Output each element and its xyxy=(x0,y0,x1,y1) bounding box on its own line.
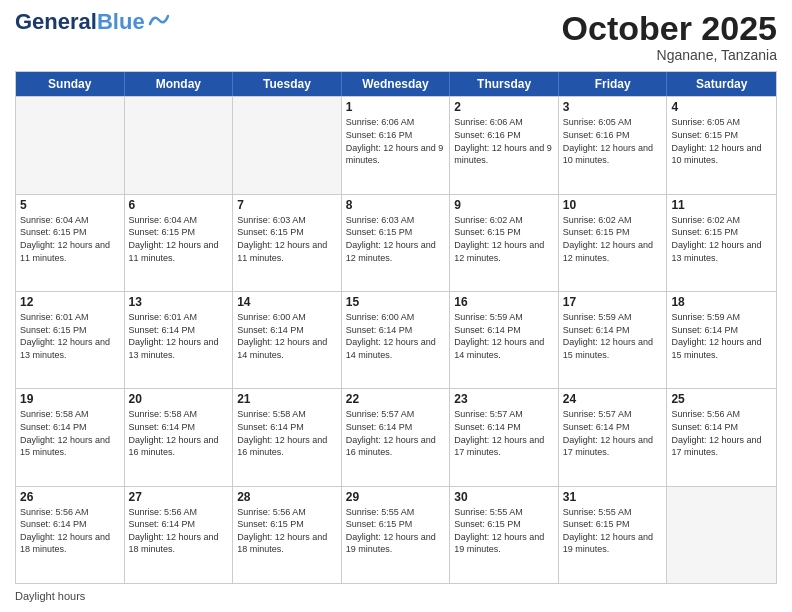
calendar-header-cell: Saturday xyxy=(667,72,776,96)
calendar-cell: 15Sunrise: 6:00 AM Sunset: 6:14 PM Dayli… xyxy=(342,292,451,388)
calendar-cell: 22Sunrise: 5:57 AM Sunset: 6:14 PM Dayli… xyxy=(342,389,451,485)
calendar-header-cell: Sunday xyxy=(16,72,125,96)
logo-text: GeneralBlue xyxy=(15,10,145,34)
calendar-cell: 8Sunrise: 6:03 AM Sunset: 6:15 PM Daylig… xyxy=(342,195,451,291)
calendar-cell xyxy=(16,97,125,193)
day-info: Sunrise: 6:02 AM Sunset: 6:15 PM Dayligh… xyxy=(454,214,554,264)
footer: Daylight hours xyxy=(15,590,777,602)
calendar-header-cell: Wednesday xyxy=(342,72,451,96)
day-number: 25 xyxy=(671,392,772,406)
calendar-cell: 3Sunrise: 6:05 AM Sunset: 6:16 PM Daylig… xyxy=(559,97,668,193)
day-info: Sunrise: 5:57 AM Sunset: 6:14 PM Dayligh… xyxy=(563,408,663,458)
day-number: 8 xyxy=(346,198,446,212)
calendar-cell: 21Sunrise: 5:58 AM Sunset: 6:14 PM Dayli… xyxy=(233,389,342,485)
day-info: Sunrise: 6:06 AM Sunset: 6:16 PM Dayligh… xyxy=(454,116,554,166)
day-number: 7 xyxy=(237,198,337,212)
calendar-cell: 24Sunrise: 5:57 AM Sunset: 6:14 PM Dayli… xyxy=(559,389,668,485)
day-info: Sunrise: 5:58 AM Sunset: 6:14 PM Dayligh… xyxy=(237,408,337,458)
day-number: 10 xyxy=(563,198,663,212)
day-number: 12 xyxy=(20,295,120,309)
calendar-cell: 12Sunrise: 6:01 AM Sunset: 6:15 PM Dayli… xyxy=(16,292,125,388)
day-number: 29 xyxy=(346,490,446,504)
day-info: Sunrise: 5:58 AM Sunset: 6:14 PM Dayligh… xyxy=(20,408,120,458)
day-info: Sunrise: 6:01 AM Sunset: 6:14 PM Dayligh… xyxy=(129,311,229,361)
day-number: 4 xyxy=(671,100,772,114)
calendar-cell xyxy=(233,97,342,193)
day-info: Sunrise: 5:55 AM Sunset: 6:15 PM Dayligh… xyxy=(454,506,554,556)
day-number: 17 xyxy=(563,295,663,309)
calendar-cell: 29Sunrise: 5:55 AM Sunset: 6:15 PM Dayli… xyxy=(342,487,451,583)
day-number: 26 xyxy=(20,490,120,504)
calendar-cell: 10Sunrise: 6:02 AM Sunset: 6:15 PM Dayli… xyxy=(559,195,668,291)
day-number: 28 xyxy=(237,490,337,504)
day-info: Sunrise: 5:59 AM Sunset: 6:14 PM Dayligh… xyxy=(563,311,663,361)
calendar-header: SundayMondayTuesdayWednesdayThursdayFrid… xyxy=(16,72,776,96)
day-info: Sunrise: 6:05 AM Sunset: 6:16 PM Dayligh… xyxy=(563,116,663,166)
day-info: Sunrise: 5:59 AM Sunset: 6:14 PM Dayligh… xyxy=(454,311,554,361)
day-number: 19 xyxy=(20,392,120,406)
calendar-cell: 31Sunrise: 5:55 AM Sunset: 6:15 PM Dayli… xyxy=(559,487,668,583)
calendar-cell: 13Sunrise: 6:01 AM Sunset: 6:14 PM Dayli… xyxy=(125,292,234,388)
day-info: Sunrise: 6:00 AM Sunset: 6:14 PM Dayligh… xyxy=(237,311,337,361)
calendar-week: 26Sunrise: 5:56 AM Sunset: 6:14 PM Dayli… xyxy=(16,486,776,583)
calendar-week: 19Sunrise: 5:58 AM Sunset: 6:14 PM Dayli… xyxy=(16,388,776,485)
day-info: Sunrise: 5:57 AM Sunset: 6:14 PM Dayligh… xyxy=(346,408,446,458)
day-number: 14 xyxy=(237,295,337,309)
calendar-cell: 27Sunrise: 5:56 AM Sunset: 6:14 PM Dayli… xyxy=(125,487,234,583)
day-info: Sunrise: 5:56 AM Sunset: 6:14 PM Dayligh… xyxy=(20,506,120,556)
calendar-cell: 30Sunrise: 5:55 AM Sunset: 6:15 PM Dayli… xyxy=(450,487,559,583)
day-info: Sunrise: 6:02 AM Sunset: 6:15 PM Dayligh… xyxy=(671,214,772,264)
calendar-cell: 6Sunrise: 6:04 AM Sunset: 6:15 PM Daylig… xyxy=(125,195,234,291)
day-info: Sunrise: 5:56 AM Sunset: 6:14 PM Dayligh… xyxy=(129,506,229,556)
calendar-cell: 9Sunrise: 6:02 AM Sunset: 6:15 PM Daylig… xyxy=(450,195,559,291)
day-info: Sunrise: 6:02 AM Sunset: 6:15 PM Dayligh… xyxy=(563,214,663,264)
day-info: Sunrise: 6:06 AM Sunset: 6:16 PM Dayligh… xyxy=(346,116,446,166)
day-number: 21 xyxy=(237,392,337,406)
daylight-label: Daylight hours xyxy=(15,590,85,602)
header: GeneralBlue October 2025 Nganane, Tanzan… xyxy=(15,10,777,63)
day-number: 5 xyxy=(20,198,120,212)
calendar-week: 5Sunrise: 6:04 AM Sunset: 6:15 PM Daylig… xyxy=(16,194,776,291)
calendar-cell: 7Sunrise: 6:03 AM Sunset: 6:15 PM Daylig… xyxy=(233,195,342,291)
calendar-cell xyxy=(125,97,234,193)
day-info: Sunrise: 5:58 AM Sunset: 6:14 PM Dayligh… xyxy=(129,408,229,458)
location-subtitle: Nganane, Tanzania xyxy=(562,47,777,63)
calendar-cell: 25Sunrise: 5:56 AM Sunset: 6:14 PM Dayli… xyxy=(667,389,776,485)
day-info: Sunrise: 5:59 AM Sunset: 6:14 PM Dayligh… xyxy=(671,311,772,361)
calendar-cell: 2Sunrise: 6:06 AM Sunset: 6:16 PM Daylig… xyxy=(450,97,559,193)
day-number: 24 xyxy=(563,392,663,406)
day-number: 30 xyxy=(454,490,554,504)
day-number: 31 xyxy=(563,490,663,504)
day-info: Sunrise: 5:55 AM Sunset: 6:15 PM Dayligh… xyxy=(346,506,446,556)
calendar-week: 12Sunrise: 6:01 AM Sunset: 6:15 PM Dayli… xyxy=(16,291,776,388)
day-info: Sunrise: 6:03 AM Sunset: 6:15 PM Dayligh… xyxy=(346,214,446,264)
calendar-cell: 11Sunrise: 6:02 AM Sunset: 6:15 PM Dayli… xyxy=(667,195,776,291)
calendar-cell: 4Sunrise: 6:05 AM Sunset: 6:15 PM Daylig… xyxy=(667,97,776,193)
day-number: 2 xyxy=(454,100,554,114)
day-info: Sunrise: 5:56 AM Sunset: 6:15 PM Dayligh… xyxy=(237,506,337,556)
calendar-cell xyxy=(667,487,776,583)
calendar-week: 1Sunrise: 6:06 AM Sunset: 6:16 PM Daylig… xyxy=(16,96,776,193)
day-number: 3 xyxy=(563,100,663,114)
calendar-header-cell: Thursday xyxy=(450,72,559,96)
logo-wave-icon xyxy=(148,10,170,28)
day-info: Sunrise: 5:57 AM Sunset: 6:14 PM Dayligh… xyxy=(454,408,554,458)
day-number: 11 xyxy=(671,198,772,212)
day-number: 9 xyxy=(454,198,554,212)
day-info: Sunrise: 5:56 AM Sunset: 6:14 PM Dayligh… xyxy=(671,408,772,458)
title-block: October 2025 Nganane, Tanzania xyxy=(562,10,777,63)
calendar-cell: 20Sunrise: 5:58 AM Sunset: 6:14 PM Dayli… xyxy=(125,389,234,485)
day-number: 27 xyxy=(129,490,229,504)
calendar-cell: 26Sunrise: 5:56 AM Sunset: 6:14 PM Dayli… xyxy=(16,487,125,583)
calendar-cell: 28Sunrise: 5:56 AM Sunset: 6:15 PM Dayli… xyxy=(233,487,342,583)
day-info: Sunrise: 6:04 AM Sunset: 6:15 PM Dayligh… xyxy=(129,214,229,264)
day-number: 22 xyxy=(346,392,446,406)
calendar-cell: 14Sunrise: 6:00 AM Sunset: 6:14 PM Dayli… xyxy=(233,292,342,388)
calendar-cell: 5Sunrise: 6:04 AM Sunset: 6:15 PM Daylig… xyxy=(16,195,125,291)
logo: GeneralBlue xyxy=(15,10,170,34)
calendar-cell: 17Sunrise: 5:59 AM Sunset: 6:14 PM Dayli… xyxy=(559,292,668,388)
calendar: SundayMondayTuesdayWednesdayThursdayFrid… xyxy=(15,71,777,584)
day-number: 6 xyxy=(129,198,229,212)
calendar-body: 1Sunrise: 6:06 AM Sunset: 6:16 PM Daylig… xyxy=(16,96,776,583)
calendar-cell: 19Sunrise: 5:58 AM Sunset: 6:14 PM Dayli… xyxy=(16,389,125,485)
